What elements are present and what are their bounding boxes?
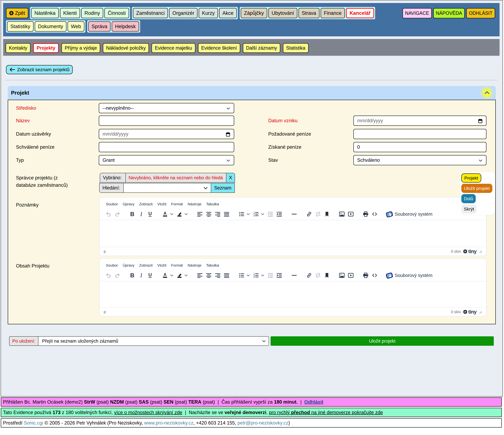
- svg-text:U: U: [148, 211, 152, 216]
- svg-text:3: 3: [253, 276, 255, 278]
- svg-text:A: A: [163, 211, 166, 216]
- svg-text:U: U: [148, 272, 152, 278]
- svg-text:3: 3: [253, 215, 255, 217]
- svg-text:A: A: [163, 272, 166, 277]
